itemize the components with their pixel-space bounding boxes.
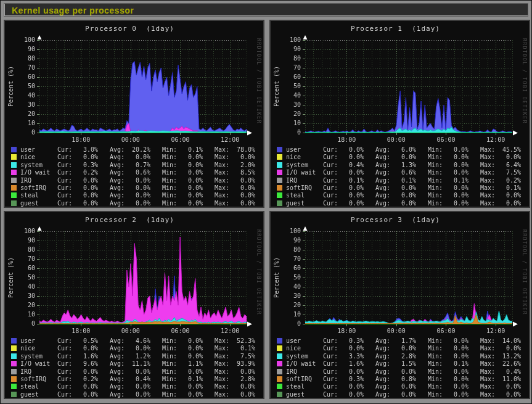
legend-value-min: 0.0%	[448, 368, 469, 376]
legend-value-cur: 0.0%	[77, 177, 98, 184]
legend-key-max: Max:	[480, 353, 500, 360]
legend-label: IRQ	[286, 177, 323, 184]
legend-value-avg: 0.0%	[129, 184, 150, 192]
legend-key-min: Min:	[428, 383, 448, 390]
legend-key-min: Min:	[428, 154, 448, 161]
legend-row: IRQCur:0.0%Avg:0.0%Min:0.0%Max:0.0%	[11, 177, 261, 184]
legend-key-avg: Avg:	[375, 383, 395, 390]
legend-key-min: Min:	[428, 368, 448, 376]
legend-swatch-steal	[11, 384, 17, 389]
legend-value-min: 0.0%	[448, 146, 469, 154]
legend-value-cur: 0.0%	[77, 192, 98, 199]
legend-value-cur: 0.5%	[77, 337, 98, 345]
legend-value-avg: 1.3%	[395, 162, 416, 169]
legend-key-min: Min:	[428, 146, 448, 154]
legend-value-cur: 0.0%	[343, 154, 364, 161]
legend-label: nice	[20, 345, 57, 352]
graph-title: Processor 3 (1day)	[271, 216, 520, 224]
legend-key-cur: Cur:	[323, 345, 343, 352]
legend-label: softIRQ	[286, 376, 323, 383]
legend-value-max: 22.6%	[500, 360, 521, 368]
legend-key-avg: Avg:	[375, 162, 395, 169]
legend-row: userCur:0.0%Avg:6.0%Min:0.0%Max:45.5%	[277, 146, 526, 154]
legend-swatch-iowait	[277, 361, 282, 366]
legend-value-cur: 0.0%	[343, 368, 364, 376]
legend-value-min: 0.0%	[182, 337, 203, 345]
graph-canvas-processor-2	[5, 212, 263, 338]
legend-swatch-irq	[11, 178, 17, 183]
legend-key-min: Min:	[162, 154, 182, 161]
legend-row: stealCur:0.0%Avg:0.0%Min:0.0%Max:0.0%	[11, 192, 261, 199]
legend-key-max: Max:	[480, 391, 500, 398]
legend-value-cur: 0.0%	[343, 169, 364, 176]
legend-value-cur: 0.3%	[343, 376, 364, 383]
legend-value-avg: 0.8%	[395, 376, 416, 383]
legend-key-avg: Avg:	[110, 360, 129, 368]
legend-key-avg: Avg:	[375, 154, 395, 161]
page-title: Kernel usage per processor	[4, 4, 528, 15]
legend-key-avg: Avg:	[110, 376, 129, 383]
legend-value-max: 7.5%	[234, 353, 255, 360]
legend-row: niceCur:0.0%Avg:0.0%Min:0.0%Max:0.1%	[11, 345, 261, 352]
rrdtool-credit: RRDTOOL / TOBI OETIKER	[522, 229, 527, 315]
legend-label: nice	[20, 154, 57, 161]
legend-value-min: 0.0%	[448, 391, 469, 398]
legend-key-avg: Avg:	[110, 200, 129, 207]
legend-key-max: Max:	[480, 154, 500, 161]
legend-value-cur: 0.0%	[77, 391, 98, 398]
legend-label: steal	[20, 192, 57, 199]
legend-key-max: Max:	[215, 345, 234, 352]
legend-value-max: 0.0%	[234, 391, 255, 398]
legend-swatch-system	[277, 353, 282, 359]
legend-swatch-system	[11, 162, 17, 168]
legend-value-avg: 0.0%	[129, 368, 150, 376]
legend-value-min: 0.0%	[182, 345, 203, 352]
legend-key-cur: Cur:	[57, 368, 77, 376]
legend-value-avg: 0.0%	[395, 154, 416, 161]
legend-key-min: Min:	[162, 391, 182, 398]
legend-key-min: Min:	[162, 162, 182, 169]
legend-key-max: Max:	[215, 200, 234, 207]
legend-swatch-guest	[277, 392, 282, 397]
legend-value-max: 0.4%	[500, 368, 521, 376]
legend-swatch-nice	[11, 345, 17, 351]
legend-value-avg: 6.0%	[395, 146, 416, 154]
legend-label: nice	[286, 154, 323, 161]
legend-value-max: 6.4%	[500, 162, 521, 169]
legend-key-avg: Avg:	[110, 162, 129, 169]
legend-value-avg: 11.1%	[129, 360, 150, 368]
legend-value-max: 93.9%	[234, 360, 255, 368]
legend-key-min: Min:	[428, 192, 448, 199]
legend-key-cur: Cur:	[57, 154, 77, 161]
rrdtool-credit: RRDTOOL / TOBI OETIKER	[522, 38, 527, 124]
legend-value-max: 0.0%	[500, 391, 521, 398]
legend-value-cur: 0.2%	[77, 169, 98, 176]
legend-label: steal	[286, 383, 323, 390]
legend-value-max: 0.0%	[500, 200, 521, 207]
legend-value-avg: 0.0%	[129, 383, 150, 390]
legend-value-max: 0.0%	[234, 177, 255, 184]
legend-swatch-steal	[277, 384, 282, 389]
legend-value-max: 45.5%	[500, 146, 521, 154]
legend-key-max: Max:	[480, 169, 500, 176]
legend-label: softIRQ	[20, 376, 57, 383]
legend-key-cur: Cur:	[323, 383, 343, 390]
legend-swatch-nice	[277, 345, 282, 351]
legend-label: system	[286, 162, 323, 169]
legend-value-min: 0.1%	[182, 376, 203, 383]
legend-key-avg: Avg:	[375, 345, 395, 352]
legend-key-max: Max:	[215, 154, 234, 161]
legend-value-cur: 0.0%	[343, 345, 364, 352]
legend-swatch-nice	[11, 154, 17, 160]
legend-key-max: Max:	[215, 192, 234, 199]
legend-row: I/O waitCur:1.6%Avg:1.5%Min:0.1%Max:22.6…	[277, 360, 526, 368]
legend-label: IRQ	[20, 177, 57, 184]
legend-label: guest	[286, 200, 323, 207]
legend-value-min: 0.0%	[448, 154, 469, 161]
legend-value-avg: 2.8%	[395, 353, 416, 360]
legend-swatch-steal	[11, 192, 17, 198]
legend-key-max: Max:	[215, 337, 234, 345]
legend-label: guest	[286, 391, 323, 398]
legend-value-max: 0.0%	[234, 192, 255, 199]
legend-value-avg: 0.0%	[129, 200, 150, 207]
